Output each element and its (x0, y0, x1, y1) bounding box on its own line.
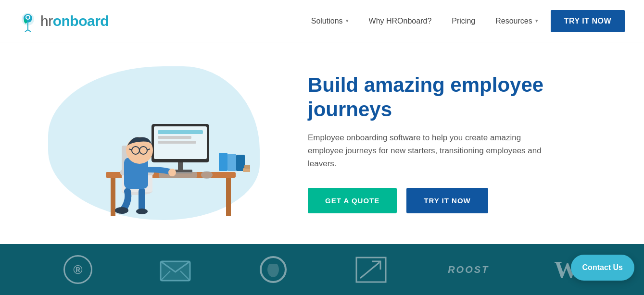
svg-line-7 (28, 30, 31, 32)
footer-logos-strip: ® ROOST W (0, 244, 644, 295)
svg-point-3 (26, 16, 29, 19)
svg-point-28 (136, 209, 148, 214)
svg-rect-10 (226, 178, 231, 216)
hero-illustration (0, 42, 298, 244)
hero-content: Build amazing employee journeys Employee… (298, 73, 644, 213)
nav-solutions[interactable]: Solutions ▾ (303, 13, 356, 29)
svg-rect-9 (111, 178, 115, 216)
svg-rect-17 (158, 141, 196, 144)
nav-resources[interactable]: Resources ▾ (488, 13, 545, 29)
solutions-chevron-icon: ▾ (346, 18, 349, 24)
svg-rect-40 (243, 168, 250, 172)
hero-description: Employee onboarding software to help you… (308, 131, 548, 171)
footer-logo-envelope (147, 253, 204, 286)
try-now-button[interactable]: TRY IT NOW (406, 188, 488, 213)
svg-point-27 (115, 207, 128, 214)
footer-logo-arrow (342, 253, 400, 286)
svg-rect-41 (244, 165, 250, 169)
svg-point-30 (168, 169, 176, 176)
hero-section: Build amazing employee journeys Employee… (0, 42, 644, 244)
nav-why-hronboard[interactable]: Why HROnboard? (361, 13, 440, 29)
header-try-button[interactable]: TRY IT NOW (551, 10, 625, 32)
logo[interactable]: hronboard (19, 11, 109, 32)
svg-rect-18 (219, 153, 227, 171)
logo-text: hronboard (40, 13, 109, 29)
svg-rect-19 (227, 154, 236, 171)
svg-rect-15 (158, 130, 203, 134)
header: hronboard Solutions ▾ Why HROnboard? Pri… (0, 0, 644, 42)
main-nav: Solutions ▾ Why HROnboard? Pricing Resou… (303, 10, 625, 32)
hero-title: Build amazing employee journeys (308, 73, 615, 122)
footer-logo-roost: ROOST (440, 253, 497, 286)
svg-rect-16 (158, 136, 191, 139)
nav-pricing[interactable]: Pricing (444, 13, 483, 29)
svg-line-6 (25, 30, 28, 32)
contact-us-button[interactable]: Contact Us (571, 255, 634, 281)
desk-illustration (48, 66, 250, 220)
hero-buttons: GET A QUOTE TRY IT NOW (308, 188, 615, 213)
logo-icon (19, 11, 37, 32)
svg-line-47 (360, 262, 379, 278)
get-quote-button[interactable]: GET A QUOTE (308, 188, 397, 213)
resources-chevron-icon: ▾ (535, 18, 538, 24)
svg-point-22 (201, 171, 213, 179)
footer-logo-r: ® (49, 253, 107, 286)
footer-logo-vodafone (244, 253, 302, 286)
